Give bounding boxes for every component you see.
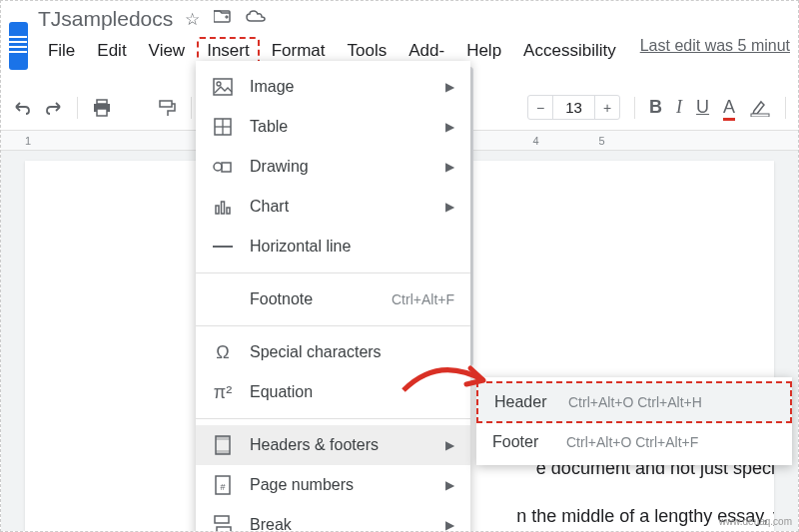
menu-item-label: Page numbers (250, 476, 429, 494)
svg-rect-15 (227, 208, 230, 214)
star-icon[interactable]: ☆ (185, 9, 200, 30)
menu-item-label: Table (250, 118, 429, 136)
headers-footers-submenu: Header Ctrl+Alt+O Ctrl+Alt+H Footer Ctrl… (476, 377, 792, 465)
pi-icon: π² (212, 381, 234, 403)
svg-point-11 (214, 163, 222, 171)
drawing-icon (212, 156, 234, 178)
menu-item-label: Drawing (250, 158, 429, 176)
svg-rect-13 (216, 206, 219, 214)
submenu-arrow-icon: ▶ (445, 478, 454, 492)
menu-item-horizontal-line[interactable]: Horizontal line (196, 227, 470, 266)
svg-rect-6 (214, 79, 232, 95)
highlight-color-button[interactable] (749, 99, 771, 117)
menu-item-label: Break (250, 516, 429, 532)
font-size-increase[interactable]: + (595, 97, 619, 119)
menu-item-drawing[interactable]: Drawing ▶ (196, 147, 470, 187)
break-icon (212, 514, 234, 532)
font-size-decrease[interactable]: − (528, 97, 552, 119)
submenu-item-footer[interactable]: Footer Ctrl+Alt+O Ctrl+Alt+F (476, 423, 792, 461)
menu-divider (196, 418, 470, 419)
toolbar-separator (785, 97, 786, 119)
submenu-arrow-icon: ▶ (445, 518, 454, 532)
svg-rect-18 (216, 436, 230, 440)
ruler-mark: 1 (25, 135, 31, 147)
docs-logo-icon[interactable] (9, 22, 28, 70)
paint-format-icon[interactable] (158, 98, 176, 118)
menu-item-break[interactable]: Break ▶ (196, 505, 470, 532)
move-icon[interactable] (214, 9, 232, 30)
spellcheck-icon[interactable] (126, 98, 144, 118)
menu-item-label: Chart (250, 198, 429, 216)
last-edit-link[interactable]: Last edit was 5 minut (640, 37, 790, 85)
toolbar-separator (634, 97, 635, 119)
menu-item-table[interactable]: Table ▶ (196, 107, 470, 147)
svg-rect-3 (97, 109, 107, 116)
underline-button[interactable]: U (696, 97, 709, 118)
svg-text:#: # (220, 482, 225, 492)
toolbar-separator (191, 97, 192, 119)
svg-rect-14 (222, 202, 225, 214)
menu-item-footnote[interactable]: Footnote Ctrl+Alt+F (196, 279, 470, 319)
submenu-label: Footer (492, 433, 554, 451)
svg-rect-19 (216, 450, 230, 454)
menu-edit[interactable]: Edit (87, 37, 136, 85)
menu-item-label: Footnote (250, 290, 376, 308)
headers-footers-icon (212, 434, 234, 456)
submenu-arrow-icon: ▶ (445, 200, 454, 214)
submenu-item-header[interactable]: Header Ctrl+Alt+O Ctrl+Alt+H (476, 381, 792, 423)
font-size-value[interactable]: 13 (552, 96, 595, 119)
menu-item-label: Special characters (250, 343, 454, 361)
menu-item-headers-footers[interactable]: Headers & footers ▶ (196, 425, 470, 465)
page-numbers-icon: # (212, 474, 234, 496)
menu-file[interactable]: File (38, 37, 85, 85)
font-size-input[interactable]: − 13 + (527, 95, 620, 120)
svg-rect-23 (217, 527, 231, 532)
undo-icon[interactable] (13, 98, 31, 118)
print-icon[interactable] (92, 98, 112, 118)
menu-item-label: Image (250, 78, 429, 96)
svg-rect-12 (222, 163, 231, 172)
ruler-mark: 5 (599, 135, 605, 147)
horizontal-line-icon (212, 236, 234, 258)
menu-item-special-characters[interactable]: Ω Special characters (196, 332, 470, 372)
bold-button[interactable]: B (649, 97, 662, 118)
svg-rect-1 (97, 100, 107, 104)
insert-menu-dropdown: Image ▶ Table ▶ Drawing ▶ Chart ▶ Horizo… (196, 61, 470, 532)
toolbar-separator (77, 97, 78, 119)
menu-item-image[interactable]: Image ▶ (196, 67, 470, 107)
menu-item-label: Equation (250, 383, 454, 401)
submenu-shortcut: Ctrl+Alt+O Ctrl+Alt+H (568, 394, 774, 410)
menu-item-equation[interactable]: π² Equation (196, 372, 470, 412)
submenu-arrow-icon: ▶ (445, 120, 454, 134)
ruler-mark: 4 (532, 135, 538, 147)
menu-item-label: Horizontal line (250, 238, 454, 256)
menu-item-label: Headers & footers (250, 436, 429, 454)
submenu-arrow-icon: ▶ (445, 438, 454, 452)
submenu-label: Header (494, 393, 556, 411)
submenu-shortcut: Ctrl+Alt+O Ctrl+Alt+F (566, 434, 776, 450)
omega-icon: Ω (212, 341, 234, 363)
table-icon (212, 116, 234, 138)
cloud-status-icon[interactable] (246, 9, 266, 30)
menu-view[interactable]: View (139, 37, 196, 85)
watermark: www.deuaq.com (719, 516, 792, 527)
menu-divider (196, 272, 470, 273)
image-icon (212, 76, 234, 98)
redo-icon[interactable] (45, 98, 63, 118)
svg-rect-4 (160, 101, 172, 107)
text-color-button[interactable]: A (723, 97, 735, 118)
menu-item-chart[interactable]: Chart ▶ (196, 187, 470, 227)
menu-shortcut: Ctrl+Alt+F (392, 291, 454, 307)
menu-accessibility[interactable]: Accessibility (513, 37, 626, 85)
svg-rect-22 (215, 516, 229, 523)
footnote-icon (212, 288, 234, 310)
document-title[interactable]: TJsampledocs (38, 7, 173, 31)
svg-rect-5 (751, 114, 769, 117)
submenu-arrow-icon: ▶ (445, 160, 454, 174)
menu-divider (196, 325, 470, 326)
svg-point-7 (217, 82, 221, 86)
italic-button[interactable]: I (676, 97, 682, 118)
menu-item-page-numbers[interactable]: # Page numbers ▶ (196, 465, 470, 505)
submenu-arrow-icon: ▶ (445, 80, 454, 94)
chart-icon (212, 196, 234, 218)
